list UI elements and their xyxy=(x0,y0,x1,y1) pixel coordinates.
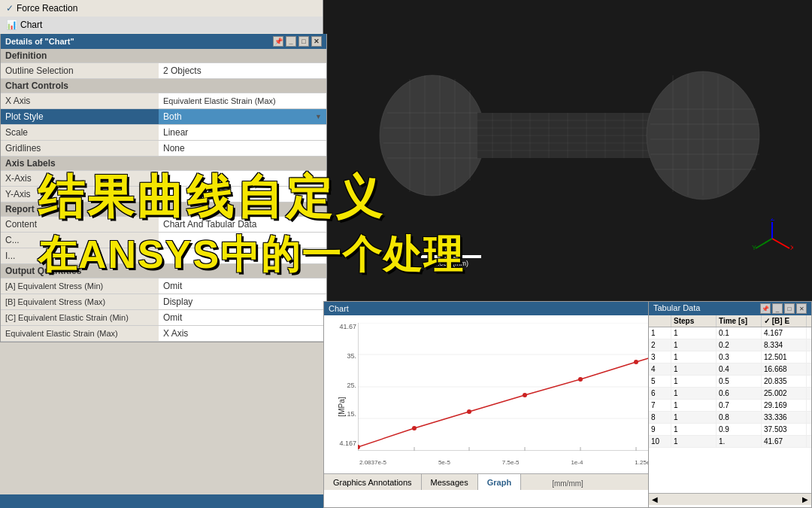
data-table-pin-button[interactable]: 📌 xyxy=(760,303,771,314)
table-row[interactable]: 2 1 0.2 8.334 xyxy=(649,339,811,351)
details-title-bar: Details of "Chart" 📌 _ □ ✕ xyxy=(1,34,326,49)
cell-steps: 1 xyxy=(671,327,717,339)
cell-time: 0.6 xyxy=(717,388,762,399)
y-val-1: 4.167 xyxy=(330,440,356,447)
col-header-value: ✓ [B] E xyxy=(762,315,807,327)
data-table-close-button[interactable]: ✕ xyxy=(796,303,807,314)
table-row[interactable]: 5 1 0.5 20.835 xyxy=(649,376,811,388)
row-outline-selection: Outline Selection 2 Objects xyxy=(1,63,326,79)
minimize-button[interactable]: _ xyxy=(286,36,296,47)
y-axis-values: 41.67 35. 25. 15. 4.167 xyxy=(330,323,356,447)
report-c-value[interactable] xyxy=(159,233,326,248)
cell-value: 12.501 xyxy=(762,351,807,363)
table-row[interactable]: 3 1 0.3 12.501 xyxy=(649,351,811,364)
y-val-2: 15. xyxy=(330,410,356,418)
row-x-axis: X Axis Equivalent Elastic Strain (Max) xyxy=(1,93,326,109)
row-equiv-elastic-strain-max: Equivalent Elastic Strain (Max) X Axis xyxy=(1,326,326,342)
table-row[interactable]: 4 1 0.4 16.668 xyxy=(649,364,811,376)
outline-selection-value[interactable]: 2 Objects xyxy=(159,63,326,79)
table-row[interactable]: 1 1 0.1 4.167 xyxy=(649,327,811,339)
x-label-3: 1e-4 xyxy=(571,459,583,466)
cell-steps: 1 xyxy=(671,376,717,387)
model-viewport[interactable]: Z X Y 0.000 0.000 (mm) xyxy=(323,0,812,301)
cell-time: 0.4 xyxy=(717,364,762,375)
coord-svg: Z X Y xyxy=(752,218,793,260)
table-row[interactable]: 7 1 0.7 29.169 xyxy=(649,400,811,412)
cell-row-num: 1 xyxy=(649,327,671,339)
cell-row-num: 6 xyxy=(649,388,671,399)
section-axis-labels-label: Axis Labels xyxy=(1,157,326,171)
data-table-body[interactable]: 1 1 0.1 4.167 2 1 0.2 8.334 3 1 0.3 12.5… xyxy=(649,327,811,493)
equiv-elastic-strain-min-value[interactable]: Omit xyxy=(159,310,326,326)
table-row[interactable]: 8 1 0.8 33.336 xyxy=(649,412,811,424)
plot-style-key: Plot Style xyxy=(1,109,159,125)
cell-time: 0.2 xyxy=(717,339,762,351)
scale-value[interactable]: Linear xyxy=(159,125,326,141)
cell-time: 0.3 xyxy=(717,351,762,363)
cell-time: 0.7 xyxy=(717,400,762,411)
chart-title: Chart xyxy=(329,304,349,313)
scale-bar: 0.000 0.000 (mm) xyxy=(421,246,481,267)
cell-row-num: 10 xyxy=(649,436,671,447)
report-c-key: C... xyxy=(1,233,159,248)
chart-icon: 📊 xyxy=(6,20,17,30)
x-axis-value[interactable]: Equivalent Elastic Strain (Max) xyxy=(159,93,326,109)
scroll-left-btn[interactable]: ◀ xyxy=(652,495,658,503)
table-row[interactable]: 6 1 0.6 25.002 xyxy=(649,388,811,400)
cell-value: 33.336 xyxy=(762,412,807,423)
plot-style-dropdown[interactable]: Both ▼ xyxy=(163,111,322,122)
row-report-c: C... xyxy=(1,233,326,248)
cell-row-num: 2 xyxy=(649,339,671,351)
equiv-elastic-strain-max-key: Equivalent Elastic Strain (Max) xyxy=(1,326,159,342)
equiv-stress-min-value[interactable]: Omit xyxy=(159,278,326,294)
tree-item-chart[interactable]: 📊 Chart xyxy=(0,17,323,33)
gridlines-value[interactable]: None xyxy=(159,141,326,157)
section-axis-labels: Axis Labels xyxy=(1,157,326,171)
cell-value: 16.668 xyxy=(762,364,807,375)
coordinate-indicator: Z X Y xyxy=(752,218,789,256)
cell-steps: 1 xyxy=(671,364,717,375)
section-output-quantities-label: Output Quantities xyxy=(1,264,326,278)
tree-item-force-reaction[interactable]: ✓ Force Reaction xyxy=(0,0,323,17)
table-scroll-controls: ◀ ▶ xyxy=(649,493,811,505)
plot-style-value[interactable]: Both ▼ xyxy=(159,109,326,125)
table-row[interactable]: 10 1 1. 41.67 xyxy=(649,436,811,448)
y-val-5: 41.67 xyxy=(330,323,356,330)
mesh-display xyxy=(361,8,774,263)
y-axis-label-value[interactable] xyxy=(159,187,326,202)
content-value[interactable]: Chart And Tabular Data xyxy=(159,217,326,233)
data-table-max-button[interactable]: □ xyxy=(784,303,795,314)
equiv-elastic-strain-min-key: [C] Equivalent Elastic Strain (Min) xyxy=(1,310,159,326)
col-header-row xyxy=(649,315,671,327)
report-i-value[interactable] xyxy=(159,248,326,264)
equiv-elastic-strain-max-value[interactable]: X Axis xyxy=(159,326,326,342)
pin-button[interactable]: 📌 xyxy=(273,36,283,47)
tree-panel: ✓ Force Reaction 📊 Chart xyxy=(0,0,323,34)
equiv-stress-max-value[interactable]: Display xyxy=(159,294,326,310)
section-definition: Definition xyxy=(1,49,326,63)
row-plot-style[interactable]: Plot Style Both ▼ xyxy=(1,109,326,125)
svg-point-53 xyxy=(634,360,638,364)
cell-row-num: 3 xyxy=(649,351,671,363)
cell-row-num: 5 xyxy=(649,376,671,387)
x-axis-label-value[interactable] xyxy=(159,171,326,187)
title-controls: 📌 _ □ ✕ xyxy=(273,36,322,47)
section-chart-controls-label: Chart Controls xyxy=(1,79,326,93)
cell-steps: 1 xyxy=(671,351,717,363)
close-button[interactable]: ✕ xyxy=(311,36,322,47)
x-label-2: 7.5e-5 xyxy=(502,459,520,466)
equiv-stress-max-key: [B] Equivalent Stress (Max) xyxy=(1,294,159,310)
svg-point-51 xyxy=(523,393,527,397)
gridlines-key: Gridlines xyxy=(1,141,159,157)
row-equiv-elastic-strain-min: [C] Equivalent Elastic Strain (Min) Omit xyxy=(1,310,326,326)
col-header-time: Time [s] xyxy=(717,315,762,327)
svg-point-52 xyxy=(578,377,583,382)
scroll-right-btn[interactable]: ▶ xyxy=(802,495,808,503)
data-table-minimize-button[interactable]: _ xyxy=(772,303,783,314)
maximize-button[interactable]: □ xyxy=(298,36,309,47)
x-label-0: 2.0837e-5 xyxy=(359,459,386,466)
cell-value: 41.67 xyxy=(762,436,807,447)
cell-time: 1. xyxy=(717,436,762,447)
data-table-header: Steps Time [s] ✓ [B] E xyxy=(649,315,811,327)
table-row[interactable]: 9 1 0.9 37.503 xyxy=(649,424,811,436)
